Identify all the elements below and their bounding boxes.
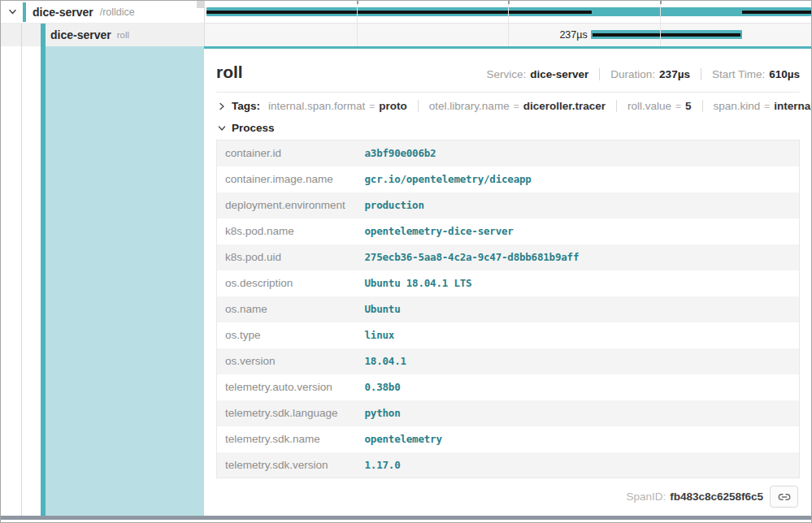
process-key: container.id — [217, 140, 357, 166]
table-row: k8s.pod.uid 275ecb36-5aa8-4c2a-9c47-d8bb… — [217, 244, 800, 270]
tag-item: roll.value = 5 — [616, 100, 692, 112]
spanid-label: SpanID: — [626, 491, 666, 503]
jaeger-trace-detail-window: dice-server /rolldice 237µs dice-server … — [0, 0, 812, 523]
tags-heading[interactable]: Tags: — [232, 100, 260, 112]
stat-label: Service: — [486, 68, 526, 80]
process-key: deployment.environment — [217, 192, 357, 218]
tag-value: proto — [379, 100, 407, 112]
process-key: telemetry.sdk.language — [217, 400, 357, 426]
tag-equals: = — [675, 101, 681, 112]
table-row: os.name Ubuntu — [217, 296, 800, 322]
span-name-cell-roll[interactable]: dice-server roll — [1, 24, 204, 46]
table-row: os.description Ubuntu 18.04.1 LTS — [217, 270, 800, 296]
process-value: 0.38b0 — [357, 374, 800, 400]
span-bar-self-time-right — [742, 11, 811, 14]
column-resizer-grip[interactable] — [197, 1, 204, 8]
tag-value: diceroller.tracer — [523, 100, 606, 112]
stat-label: Duration: — [610, 68, 655, 80]
span-stats: Service: dice-server Duration: 237µs Sta… — [486, 68, 800, 80]
process-value: Ubuntu — [357, 296, 800, 322]
process-value: production — [357, 192, 800, 218]
timeline-cell-rolldice[interactable] — [204, 1, 811, 24]
stat-value: 237µs — [659, 68, 690, 80]
tag-list: internal.span.format = proto otel.librar… — [268, 100, 811, 112]
process-value: python — [357, 400, 800, 426]
process-value: 275ecb36-5aa8-4c2a-9c47-d8bb681b9aff — [357, 244, 800, 270]
stat-item: Start Time: 610µs — [701, 68, 800, 80]
span-row-rolldice[interactable]: dice-server /rolldice — [1, 1, 811, 24]
stat-value: 610µs — [769, 68, 800, 80]
tag-value: 5 — [685, 100, 692, 112]
process-key: os.type — [217, 322, 357, 348]
chevron-down-icon[interactable] — [8, 7, 17, 16]
span-duration-label: 237µs — [559, 29, 587, 41]
table-row: telemetry.sdk.language python — [217, 400, 800, 426]
span-row-roll[interactable]: 237µs dice-server roll — [1, 24, 811, 46]
process-key: telemetry.sdk.version — [217, 452, 357, 478]
service-color-bar — [41, 24, 46, 46]
stat-value: dice-server — [530, 68, 588, 80]
detail-row-bottom-border — [1, 516, 811, 520]
process-value: 1.17.0 — [357, 452, 800, 478]
span-bar-self-time-left — [206, 11, 592, 14]
process-accordion[interactable]: Process — [216, 119, 800, 140]
tree-indent-guide — [21, 24, 22, 46]
process-key: k8s.pod.uid — [217, 244, 357, 270]
process-table-body: container.id a3bf90e006b2 container.imag… — [217, 140, 800, 478]
tag-value: internal — [774, 100, 811, 112]
process-key: telemetry.auto.version — [217, 374, 357, 400]
link-icon — [778, 491, 791, 504]
timeline-cell-roll[interactable]: 237µs — [204, 24, 811, 46]
process-key: k8s.pod.name — [217, 218, 357, 244]
chevron-down-icon[interactable] — [218, 124, 226, 132]
process-heading[interactable]: Process — [232, 122, 275, 134]
table-row: telemetry.auto.version 0.38b0 — [217, 374, 800, 400]
tag-item: otel.library.name = diceroller.tracer — [418, 100, 606, 112]
stat-item: Duration: 237µs — [599, 68, 690, 80]
table-row: os.type linux — [217, 322, 800, 348]
table-row: telemetry.sdk.name opentelemetry — [217, 426, 800, 452]
tag-key: internal.span.format — [268, 100, 365, 112]
span-name-cell-rolldice[interactable]: dice-server /rolldice — [1, 1, 204, 24]
tag-key: roll.value — [627, 100, 671, 112]
chevron-right-icon[interactable] — [218, 102, 226, 110]
process-key: os.version — [217, 348, 357, 374]
process-value: Ubuntu 18.04.1 LTS — [357, 270, 800, 296]
operation-name: roll — [117, 30, 129, 40]
operation-name: /rolldice — [100, 6, 135, 18]
tag-key: otel.library.name — [429, 100, 510, 112]
process-value: a3bf90e006b2 — [357, 140, 800, 166]
span-bar-roll[interactable] — [591, 30, 742, 39]
span-bar-inner-line — [593, 33, 740, 37]
deep-link-button[interactable] — [770, 486, 798, 508]
stat-label: Start Time: — [712, 68, 765, 80]
process-value: 18.04.1 — [357, 348, 800, 374]
tag-key: span.kind — [714, 100, 761, 112]
detail-row-gutter — [1, 46, 204, 516]
table-row: k8s.pod.name opentelemetry-dice-server — [217, 218, 800, 244]
detail-footer: SpanID: fb483c8c6258f6c5 — [216, 478, 800, 508]
table-row: telemetry.sdk.version 1.17.0 — [217, 452, 800, 478]
process-key-value-table: container.id a3bf90e006b2 container.imag… — [216, 140, 800, 478]
span-bar-rolldice[interactable] — [206, 7, 811, 16]
process-key: container.image.name — [217, 166, 357, 192]
tag-equals: = — [369, 101, 375, 112]
process-key: os.name — [217, 296, 357, 322]
process-value: opentelemetry-dice-server — [357, 218, 800, 244]
service-name: dice-server — [33, 6, 93, 19]
service-color-bar — [23, 2, 26, 22]
detail-header: roll Service: dice-server Duration: 237µ… — [216, 58, 800, 82]
process-value: gcr.io/opentelemetry/diceapp — [357, 166, 800, 192]
span-detail-panel: roll Service: dice-server Duration: 237µ… — [204, 46, 811, 516]
span-operation-title: roll — [216, 63, 243, 82]
tag-item: internal.span.format = proto — [268, 100, 407, 112]
tags-accordion[interactable]: Tags: internal.span.format = proto otel.… — [216, 93, 800, 119]
spanid-value: fb483c8c6258f6c5 — [670, 491, 763, 503]
table-row: container.image.name gcr.io/opentelemetr… — [217, 166, 800, 192]
span-rows: dice-server /rolldice 237µs dice-server … — [1, 1, 811, 46]
stat-item: Service: dice-server — [486, 68, 588, 80]
process-value: opentelemetry — [357, 426, 800, 452]
tree-indent-guide — [21, 46, 22, 516]
tag-equals: = — [764, 101, 770, 112]
tag-item: span.kind = internal — [702, 100, 811, 112]
